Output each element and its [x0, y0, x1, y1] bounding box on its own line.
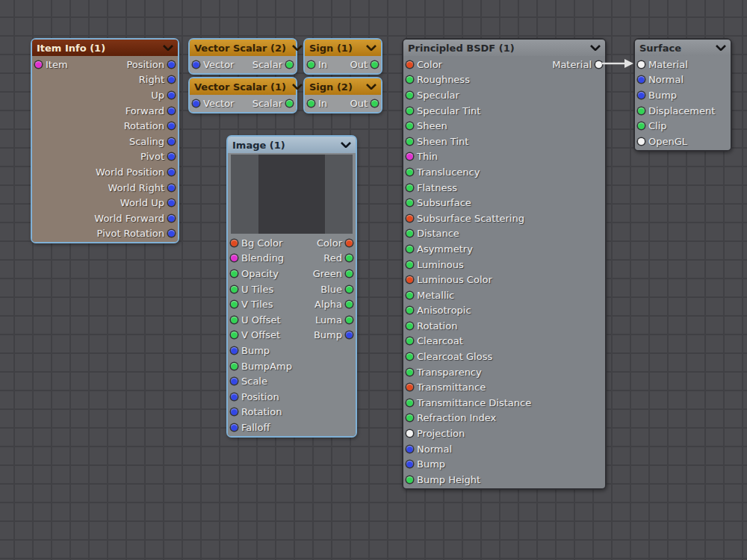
port-socket-green[interactable]	[406, 76, 413, 83]
node-sign-2[interactable]: Sign (2) InOut	[303, 77, 382, 113]
port-socket-green[interactable]	[346, 301, 353, 308]
port-socket-green[interactable]	[406, 138, 413, 145]
port-socket-blue[interactable]	[231, 347, 238, 354]
port-socket-green[interactable]	[406, 169, 413, 175]
port-socket-green[interactable]	[406, 108, 413, 114]
chevron-down-icon[interactable]	[163, 45, 173, 51]
port-socket-blue[interactable]	[406, 461, 413, 467]
port-socket-blue[interactable]	[231, 393, 238, 400]
port-socket-red[interactable]	[346, 240, 353, 246]
node-image[interactable]: Image (1) Bg ColorColorBlendingRedOpacit…	[226, 135, 357, 438]
port-socket-green[interactable]	[346, 270, 353, 277]
port-socket-blue[interactable]	[638, 92, 645, 99]
port-socket-red[interactable]	[231, 240, 238, 246]
port-socket-green[interactable]	[638, 108, 645, 114]
port-socket-green[interactable]	[231, 363, 238, 370]
port-socket-green[interactable]	[406, 199, 413, 206]
chevron-down-icon[interactable]	[590, 45, 601, 51]
port-socket-blue[interactable]	[168, 199, 175, 206]
port-socket-green[interactable]	[406, 337, 413, 344]
chevron-down-icon[interactable]	[366, 84, 376, 90]
node-graph-canvas[interactable]: Item Info (1) ItemPositionRightUpForward…	[0, 0, 747, 560]
port-socket-red[interactable]	[406, 215, 413, 222]
port-socket-blue[interactable]	[193, 100, 199, 107]
node-sign-1[interactable]: Sign (1) InOut	[303, 38, 382, 75]
port-socket-green[interactable]	[406, 122, 413, 129]
port-socket-blue[interactable]	[231, 378, 238, 385]
node-vector-scalar-2[interactable]: Vector Scalar (2) VectorScalar	[188, 38, 297, 75]
chevron-down-icon[interactable]	[292, 84, 303, 90]
port-socket-green[interactable]	[406, 369, 413, 376]
port-socket-green[interactable]	[346, 286, 353, 293]
chevron-down-icon[interactable]	[716, 45, 726, 51]
port-socket-blue[interactable]	[231, 408, 238, 415]
node-item-info[interactable]: Item Info (1) ItemPositionRightUpForward…	[31, 38, 179, 243]
port-socket-green[interactable]	[406, 92, 413, 99]
port-socket-green[interactable]	[231, 286, 238, 293]
node-surface-header[interactable]: Surface	[635, 40, 731, 56]
node-vector-scalar-1-header[interactable]: Vector Scalar (1)	[190, 78, 296, 95]
port-socket-green[interactable]	[406, 476, 413, 483]
port-socket-red[interactable]	[406, 384, 413, 391]
port-socket-blue[interactable]	[168, 138, 175, 145]
port-socket-white[interactable]	[406, 430, 413, 437]
chevron-down-icon[interactable]	[292, 45, 303, 51]
node-item-info-header[interactable]: Item Info (1)	[32, 40, 178, 56]
port-socket-green[interactable]	[406, 399, 413, 406]
node-surface[interactable]: Surface MaterialNormalBumpDisplacementCl…	[633, 38, 732, 152]
port-socket-red[interactable]	[406, 276, 413, 283]
port-socket-green[interactable]	[308, 100, 314, 107]
port-socket-green[interactable]	[406, 230, 413, 237]
port-socket-green[interactable]	[371, 100, 378, 107]
port-socket-green[interactable]	[286, 61, 293, 68]
chevron-down-icon[interactable]	[341, 142, 351, 148]
port-socket-blue[interactable]	[346, 332, 353, 338]
port-socket-blue[interactable]	[406, 446, 413, 452]
port-socket-green[interactable]	[406, 414, 413, 421]
port-socket-green[interactable]	[231, 332, 238, 338]
port-socket-green[interactable]	[371, 61, 378, 68]
port-socket-white[interactable]	[638, 61, 645, 68]
connection-wire-material[interactable]	[601, 57, 635, 69]
port-socket-green[interactable]	[346, 317, 353, 323]
node-vector-scalar-1[interactable]: Vector Scalar (1) VectorScalar	[188, 77, 297, 113]
port-socket-green[interactable]	[231, 317, 238, 323]
port-socket-green[interactable]	[406, 353, 413, 360]
port-socket-green[interactable]	[231, 270, 238, 277]
port-socket-green[interactable]	[231, 301, 238, 308]
port-socket-blue[interactable]	[193, 61, 199, 68]
port-socket-magenta[interactable]	[406, 153, 413, 160]
port-socket-blue[interactable]	[168, 61, 175, 68]
port-socket-green[interactable]	[286, 100, 293, 107]
port-socket-green[interactable]	[406, 184, 413, 191]
port-socket-blue[interactable]	[168, 92, 175, 99]
port-socket-white[interactable]	[638, 138, 645, 145]
node-image-header[interactable]: Image (1)	[228, 137, 356, 153]
node-principled-bsdf[interactable]: Principled BSDF (1) ColorMaterialRoughne…	[402, 38, 607, 490]
port-socket-blue[interactable]	[168, 169, 175, 175]
port-socket-green[interactable]	[406, 307, 413, 314]
port-socket-magenta[interactable]	[231, 255, 238, 261]
port-socket-green[interactable]	[406, 292, 413, 299]
port-socket-green[interactable]	[406, 246, 413, 252]
port-socket-blue[interactable]	[168, 230, 175, 237]
port-socket-red[interactable]	[406, 61, 413, 68]
port-socket-blue[interactable]	[231, 424, 238, 431]
node-sign-2-header[interactable]: Sign (2)	[305, 78, 381, 95]
node-sign-1-header[interactable]: Sign (1)	[305, 40, 381, 56]
port-socket-blue[interactable]	[168, 108, 175, 114]
port-socket-blue[interactable]	[638, 76, 645, 83]
port-socket-blue[interactable]	[168, 122, 175, 129]
port-socket-blue[interactable]	[168, 76, 175, 83]
node-vector-scalar-2-header[interactable]: Vector Scalar (2)	[190, 40, 296, 56]
port-socket-blue[interactable]	[168, 184, 175, 191]
node-principled-bsdf-header[interactable]: Principled BSDF (1)	[403, 40, 605, 56]
port-socket-blue[interactable]	[168, 153, 175, 160]
port-socket-green[interactable]	[406, 323, 413, 329]
port-socket-magenta[interactable]	[35, 61, 42, 68]
port-socket-green[interactable]	[638, 122, 645, 129]
port-socket-green[interactable]	[346, 255, 353, 261]
port-socket-green[interactable]	[406, 261, 413, 268]
port-socket-green[interactable]	[308, 61, 314, 68]
chevron-down-icon[interactable]	[366, 45, 376, 51]
